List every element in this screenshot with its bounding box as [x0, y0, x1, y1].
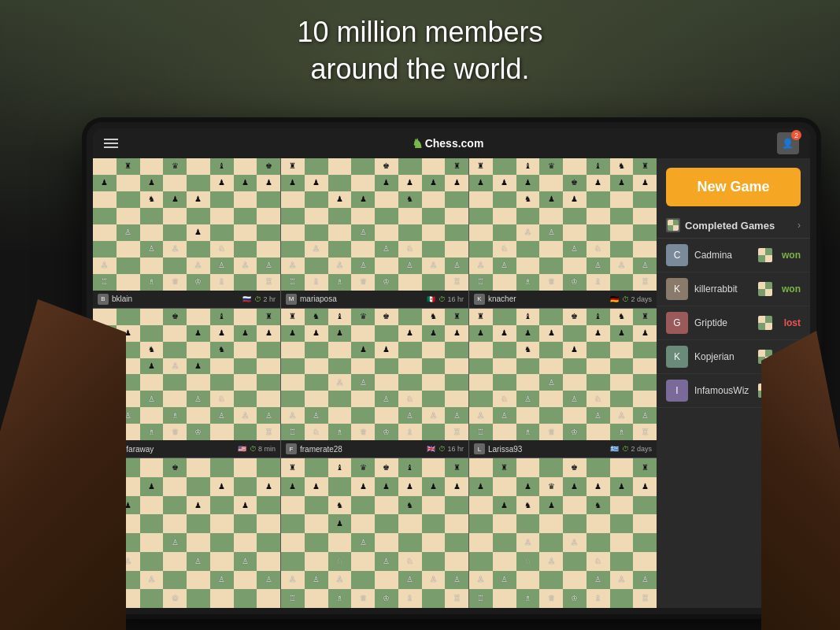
chess-piece: ♙ [548, 228, 555, 236]
new-game-button[interactable]: New Game [666, 168, 801, 206]
chess-piece: ♙ [194, 261, 202, 269]
notification-button[interactable]: 👤 2 [777, 132, 799, 154]
chess-piece: ♙ [148, 395, 155, 403]
chess-square [234, 374, 257, 391]
chess-square: ♞ [610, 309, 634, 325]
chess-piece: ♕ [360, 278, 367, 286]
menu-button[interactable] [104, 139, 118, 148]
chess-square [187, 175, 210, 191]
chess-square: ♟ [633, 175, 657, 191]
chess-piece: ♟ [313, 483, 320, 491]
chess-square [587, 208, 610, 224]
chess-square [351, 158, 375, 175]
chess-square: ♟ [257, 175, 280, 191]
chess-square: ♙ [398, 407, 422, 424]
chess-square: ♟ [563, 342, 587, 358]
chess-square: ♔ [375, 424, 398, 440]
chess-square: ♟ [328, 514, 352, 533]
chess-square: ♟ [234, 325, 257, 342]
chess-square [610, 191, 634, 208]
game-cell[interactable]: ♜♚♜♟♟♛♟♟♟♟♟♞♟♞♙♙♘♙♘♙♙♙♙♙♖♗♕♔♗♖ [469, 458, 657, 608]
chess-square [398, 158, 422, 175]
completed-games-label: Completed Games [685, 220, 793, 232]
chess-piece: ♖ [477, 278, 484, 286]
chess-square [163, 342, 187, 358]
chess-square [234, 477, 257, 496]
chess-square [234, 191, 257, 208]
chess-square: ♙ [633, 571, 657, 590]
chess-square [305, 208, 328, 224]
chess-square: ♙ [493, 258, 516, 274]
chess-square: ♟ [351, 342, 375, 358]
chess-square [351, 391, 375, 407]
game-cell[interactable]: ♜♚♜♟♟♟♟♟♟♟♟♞♙♙♙♘♙♙♙♙♙♙♖♗♗♕♔♖Mmariaposa🇲🇽… [281, 158, 468, 308]
game-cell[interactable]: ♜♝♚♝♞♜♟♟♟♟♟♟♟♞♟♙♘♙♙♘♙♙♙♙♙♖♗♕♔♗♖LLarissa9… [469, 309, 657, 458]
chess-piece: ♟ [336, 195, 343, 203]
chess-square: ♙ [328, 258, 352, 274]
chess-piece: ♟ [194, 228, 202, 236]
chess-piece: ♟ [360, 346, 367, 354]
chess-square: ♟ [257, 325, 280, 342]
chess-square [493, 208, 516, 224]
chess-piece: ♟ [594, 483, 601, 491]
chess-piece: ♙ [430, 576, 437, 584]
completed-games-row[interactable]: Completed Games › [657, 213, 810, 239]
chess-square [563, 325, 587, 342]
chess-piece: ♙ [642, 576, 649, 584]
chess-square [587, 358, 610, 375]
chess-piece: ♙ [336, 576, 343, 584]
chess-piece: ♟ [501, 179, 508, 187]
chess-piece: ♟ [336, 329, 343, 337]
chess-square: ♘ [305, 424, 328, 440]
chess-piece: ♙ [477, 261, 484, 269]
chess-square: ♟ [210, 325, 234, 342]
chess-piece: ♗ [336, 428, 343, 436]
chess-square: ♙ [539, 224, 563, 241]
game-cell[interactable]: ♜♝♛♚♝♜♟♟♟♟♟♟♟♞♞♟♙♘♙♘♙♙♙♙♙♙♖♗♕♔♗♖ [281, 458, 468, 608]
chess-square [234, 589, 257, 608]
chess-square: ♟ [610, 325, 634, 342]
chess-square [633, 552, 657, 571]
chess-square: ♔ [187, 424, 210, 440]
chess-square [281, 342, 305, 358]
game-cell[interactable]: ♜♞♝♛♚♞♜♟♟♟♟♟♟♟♟♙♙♙♘♙♙♙♙♙♖♘♗♕♔♗♖Fframerat… [281, 309, 468, 458]
chess-square [516, 458, 540, 477]
chess-square: ♙ [187, 552, 210, 571]
chess-square [422, 424, 446, 440]
chess-piece: ♟ [642, 483, 649, 491]
opponent-row[interactable]: Kkillerrabbitwon [657, 272, 810, 306]
chess-square [610, 589, 634, 608]
opponent-row[interactable]: GGriptidelost [657, 306, 810, 340]
chess-square [563, 374, 587, 391]
chess-piece: ♚ [383, 162, 390, 170]
chess-square: ♟ [375, 477, 398, 496]
chess-square [610, 496, 634, 515]
game-cell[interactable]: ♜♛♝♚♟♟♟♟♟♞♟♟♙♟♙♙♘♙♙♙♙♙♖♗♕♔♗♖Bbklain🇷🇺⏱2 … [93, 158, 280, 308]
chess-square: ♗ [328, 424, 352, 440]
chess-piece: ♟ [618, 483, 625, 491]
player-flag: 🇬🇷 [610, 445, 619, 453]
chess-square: ♙ [210, 571, 234, 590]
game-footer: LLarissa93🇬🇷⏱2 days [469, 440, 657, 458]
chess-square: ♙ [469, 258, 493, 274]
chess-square: ♟ [305, 477, 328, 496]
chess-square: ♝ [398, 458, 422, 477]
clock-icon: ⏱ [622, 295, 629, 303]
chess-square: ♙ [375, 241, 398, 258]
chess-square: ♟ [633, 477, 657, 496]
opponent-row[interactable]: CCadminawon [657, 239, 810, 272]
chess-piece: ♟ [218, 179, 225, 187]
chess-square: ♙ [187, 258, 210, 274]
chess-square: ♙ [633, 407, 657, 424]
game-cell[interactable]: ♜♝♛♝♞♜♟♟♟♚♟♟♟♞♟♟♙♙♘♙♘♙♙♙♙♙♖♗♕♔♗♖Kknacher… [469, 158, 657, 308]
chess-square [163, 374, 187, 391]
chess-piece: ♟ [430, 483, 437, 491]
chess-square: ♟ [351, 477, 375, 496]
chess-piece: ♞ [406, 195, 413, 203]
chess-square [163, 224, 187, 241]
chess-square: ♖ [257, 424, 280, 440]
chess-square [493, 477, 516, 496]
chess-square [351, 514, 375, 533]
chess-square [257, 208, 280, 224]
chess-piece: ♙ [313, 576, 320, 584]
